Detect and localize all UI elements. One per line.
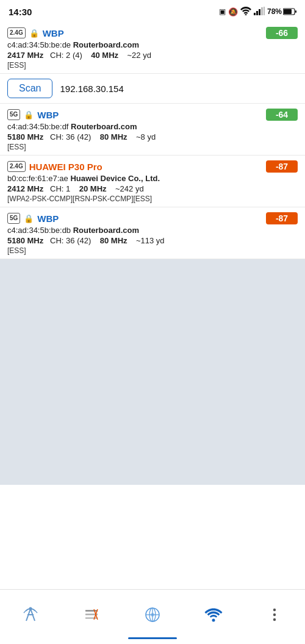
svg-rect-8	[295, 10, 296, 13]
network-tags-1: [ESS]	[7, 61, 298, 70]
network-details-1: 2417 MHz CH: 2 (4) 40 MHz ~22 yd	[7, 51, 298, 60]
band-badge-2: 5G	[7, 109, 20, 120]
network-entry-1: 2.4G 🔒 WBP -66 c4:ad:34:5b:be:de Routerb…	[0, 22, 305, 74]
network-entry-2: 5G 🔒 WBP -64 c4:ad:34:5b:be:df Routerboa…	[0, 104, 305, 156]
signal-badge-2: -64	[266, 109, 298, 121]
status-bar: 14:30 ▣ 🔕 78%	[0, 0, 305, 22]
svg-rect-1	[254, 13, 256, 15]
network-header-left-2: 5G 🔒 WBP	[7, 109, 59, 120]
battery-icon: 78%	[267, 7, 296, 16]
band-badge-3: 2.4G	[7, 161, 26, 172]
nav-indicator-row	[0, 637, 305, 644]
network-tags-4: [ESS]	[7, 246, 298, 255]
ssid-4[interactable]: WBP	[37, 213, 59, 224]
ssid-1[interactable]: WBP	[43, 28, 64, 38]
band-badge-1: 2.4G	[7, 27, 26, 38]
network-header-left-4: 5G 🔒 WBP	[7, 213, 59, 224]
network-header-2: 5G 🔒 WBP -64	[7, 109, 298, 121]
network-details-2: 5180 MHz CH: 36 (42) 80 MHz ~8 yd	[7, 132, 298, 141]
svg-point-26	[273, 609, 276, 611]
lock-icon-1: 🔒	[29, 29, 39, 38]
signal-badge-3: -87	[266, 160, 298, 173]
svg-rect-4	[261, 7, 263, 15]
status-time: 14:30	[9, 7, 32, 17]
more-icon	[265, 605, 284, 624]
network-tags-3: [WPA2-PSK-CCMP][RSN-PSK-CCMP][ESS]	[7, 195, 298, 203]
svg-point-28	[273, 618, 276, 621]
network-header-left-3: 2.4G HUAWEI P30 Pro	[7, 161, 102, 172]
network-details-3: 2412 MHz CH: 1 20 MHz ~242 yd	[7, 184, 298, 193]
nav-item-wifi[interactable]	[195, 605, 232, 624]
svg-point-27	[273, 614, 276, 616]
main-content: 2.4G 🔒 WBP -66 c4:ad:34:5b:be:de Routerb…	[0, 22, 305, 589]
nav-item-antenna[interactable]	[12, 605, 49, 624]
wifi-active-icon	[204, 605, 223, 624]
network-header-4: 5G 🔒 WBP -87	[7, 212, 298, 224]
signal-badge-4: -87	[266, 212, 298, 224]
empty-area	[0, 259, 305, 485]
svg-point-0	[245, 14, 246, 15]
signal-badge-1: -66	[266, 27, 298, 39]
svg-rect-2	[256, 11, 258, 15]
nav-item-list[interactable]	[73, 605, 110, 624]
mac-vendor-4: c4:ad:34:5b:be:db Routerboard.com	[7, 226, 298, 235]
mac-vendor-2: c4:ad:34:5b:be:df Routerboard.com	[7, 122, 298, 131]
nav-item-radar[interactable]	[134, 605, 171, 624]
nav-active-indicator	[128, 637, 177, 639]
nav-item-more[interactable]	[256, 605, 293, 624]
battery-percent: 78%	[267, 7, 282, 16]
svg-rect-3	[259, 9, 260, 15]
network-entry-3: 2.4G HUAWEI P30 Pro -87 b0:cc:fe:61:e7:a…	[0, 156, 305, 207]
mute-icon: 🔕	[228, 7, 238, 16]
network-header-1: 2.4G 🔒 WBP -66	[7, 27, 298, 39]
ssid-2[interactable]: WBP	[37, 110, 59, 120]
antenna-icon	[21, 605, 40, 624]
svg-rect-7	[284, 9, 292, 14]
nav-icons-row	[0, 590, 305, 637]
lock-icon-4: 🔒	[24, 214, 34, 223]
network-tags-2: [ESS]	[7, 143, 298, 151]
signal-bars-icon	[254, 7, 265, 17]
mac-vendor-1: c4:ad:34:5b:be:de Routerboard.com	[7, 40, 298, 49]
bottom-nav	[0, 589, 305, 644]
scan-button[interactable]: Scan	[7, 79, 52, 98]
scan-ip: 192.168.30.154	[60, 84, 123, 94]
band-badge-4: 5G	[7, 213, 20, 224]
network-details-4: 5180 MHz CH: 36 (42) 80 MHz ~113 yd	[7, 236, 298, 245]
svg-point-24	[151, 613, 154, 617]
network-header-3: 2.4G HUAWEI P30 Pro -87	[7, 160, 298, 173]
status-icons: ▣ 🔕 78%	[219, 7, 296, 17]
network-entry-4: 5G 🔒 WBP -87 c4:ad:34:5b:be:db Routerboa…	[0, 207, 305, 259]
network-header-left-1: 2.4G 🔒 WBP	[7, 27, 64, 38]
sim-icon: ▣	[219, 7, 226, 16]
scan-row: Scan 192.168.30.154	[0, 74, 305, 104]
svg-point-25	[212, 619, 215, 622]
radar-icon	[143, 605, 162, 624]
mac-vendor-3: b0:cc:fe:61:e7:ae Huawei Device Co., Ltd…	[7, 174, 298, 183]
wifi-status-icon	[240, 7, 251, 17]
ssid-3[interactable]: HUAWEI P30 Pro	[29, 162, 102, 172]
lock-icon-2: 🔒	[24, 110, 34, 120]
svg-rect-5	[264, 7, 265, 15]
list-icon	[82, 605, 101, 624]
